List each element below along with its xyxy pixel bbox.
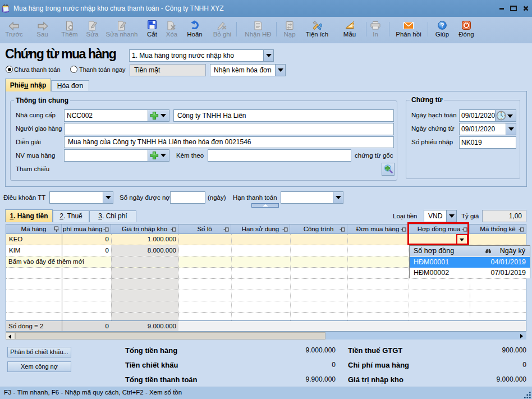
svg-text:?: ? bbox=[441, 22, 444, 29]
